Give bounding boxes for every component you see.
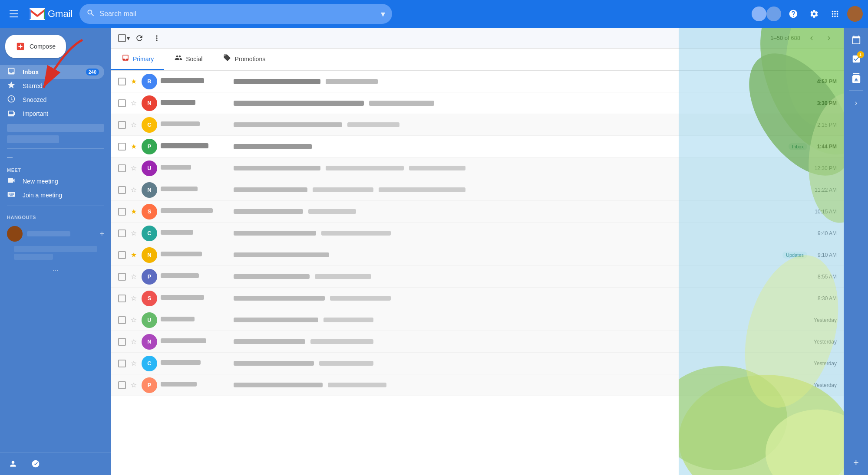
account-avatar-1[interactable] — [752, 7, 766, 21]
email-row[interactable]: ☆ N Yesterday — [111, 331, 844, 353]
user-avatar[interactable] — [847, 6, 863, 22]
select-dropdown-arrow[interactable]: ▾ — [127, 35, 130, 42]
hangout-user-1[interactable]: + — [7, 223, 104, 244]
help-button[interactable] — [785, 5, 802, 23]
star-icon[interactable]: ☆ — [129, 186, 138, 194]
hangouts-section: + — [0, 222, 111, 265]
email-row[interactable]: ☆ C Yesterday — [111, 353, 844, 374]
star-icon[interactable]: ☆ — [129, 99, 138, 108]
menu-button[interactable] — [5, 5, 23, 23]
tab-promotions[interactable]: Promotions — [213, 49, 276, 70]
star-icon[interactable]: ☆ — [129, 229, 138, 238]
hangout-avatar-1 — [7, 226, 23, 242]
compose-button[interactable]: Compose — [5, 35, 66, 58]
select-all-checkbox[interactable] — [118, 34, 126, 42]
tab-social[interactable]: Social — [164, 49, 213, 70]
email-checkbox[interactable] — [118, 208, 126, 216]
sidebar-more-button[interactable]: ··· — [0, 265, 111, 276]
keyboard-icon — [7, 190, 16, 201]
email-checkbox[interactable] — [118, 360, 126, 367]
sidebar-item-starred[interactable]: Starred — [0, 79, 104, 93]
prev-page-button[interactable] — [804, 30, 819, 46]
star-icon[interactable]: ★ — [129, 251, 138, 259]
email-row[interactable]: ★ B 4:52 PM — [111, 71, 844, 92]
email-sender — [161, 143, 230, 150]
select-all-wrap[interactable]: ▾ — [118, 34, 130, 42]
star-icon[interactable]: ☆ — [129, 272, 138, 281]
email-checkbox[interactable] — [118, 273, 126, 281]
email-time: Yesterday — [811, 360, 837, 367]
email-row[interactable]: ★ N Updates 9:10 AM — [111, 244, 844, 266]
email-row[interactable]: ★ P Inbox 1:44 PM — [111, 136, 844, 157]
email-checkbox[interactable] — [118, 78, 126, 85]
search-bar[interactable]: Search mail ▾ — [79, 4, 392, 24]
email-checkbox[interactable] — [118, 121, 126, 129]
email-avatar: B — [142, 74, 157, 89]
email-avatar: C — [142, 117, 157, 133]
account-avatar-2[interactable] — [766, 7, 781, 21]
settings-button[interactable] — [805, 5, 823, 23]
email-row[interactable]: ☆ N 3:30 PM — [111, 92, 844, 114]
sidebar-item-inbox[interactable]: Inbox 240 — [0, 65, 104, 79]
sidebar-item-snoozed[interactable]: Snoozed — [0, 93, 104, 107]
search-input[interactable]: Search mail — [99, 10, 376, 18]
email-checkbox[interactable] — [118, 143, 126, 151]
hangouts-icon[interactable] — [28, 456, 43, 472]
email-row[interactable]: ★ S 10:15 AM — [111, 201, 844, 223]
star-icon[interactable]: ☆ — [129, 121, 138, 129]
email-checkbox[interactable] — [118, 229, 126, 237]
contacts-icon-button[interactable] — [848, 69, 865, 87]
email-checkbox[interactable] — [118, 164, 126, 172]
email-checkbox[interactable] — [118, 251, 126, 259]
email-row[interactable]: ☆ S 8:30 AM — [111, 288, 844, 309]
email-row[interactable]: ☆ P 8:55 AM — [111, 266, 844, 288]
more-toolbar-button[interactable] — [149, 30, 165, 46]
email-checkbox[interactable] — [118, 381, 126, 389]
email-time: 2:15 PM — [811, 122, 837, 128]
sidebar-item-important[interactable]: Important — [0, 107, 104, 121]
inbox-nav-icon — [7, 67, 16, 78]
next-page-button[interactable] — [821, 30, 837, 46]
email-checkbox[interactable] — [118, 186, 126, 194]
refresh-button[interactable] — [132, 30, 147, 46]
email-checkbox[interactable] — [118, 295, 126, 302]
star-icon[interactable]: ☆ — [129, 359, 138, 368]
star-icon[interactable]: ★ — [129, 77, 138, 86]
sidebar-item-new-meeting[interactable]: New meeting — [0, 174, 104, 188]
email-row[interactable]: ☆ C 9:40 AM — [111, 223, 844, 244]
star-nav-icon — [7, 81, 16, 92]
meet-collapse-icon[interactable]: — — [7, 154, 13, 161]
tasks-icon-button[interactable]: 1 — [848, 50, 865, 68]
star-icon[interactable]: ☆ — [129, 294, 138, 303]
star-icon[interactable]: ☆ — [129, 381, 138, 390]
calendar-icon-button[interactable] — [848, 31, 865, 49]
email-row[interactable]: ☆ U 12:30 PM — [111, 157, 844, 179]
email-checkbox[interactable] — [118, 99, 126, 107]
search-dropdown-icon[interactable]: ▾ — [381, 9, 385, 19]
tab-primary[interactable]: Primary — [111, 49, 164, 70]
star-icon[interactable]: ☆ — [129, 337, 138, 346]
email-row[interactable]: ☆ C 2:15 PM — [111, 114, 844, 136]
email-sender — [161, 230, 230, 236]
email-checkbox[interactable] — [118, 338, 126, 346]
star-icon[interactable]: ☆ — [129, 316, 138, 324]
star-icon[interactable]: ★ — [129, 207, 138, 216]
email-row[interactable]: ☆ U Yesterday — [111, 309, 844, 331]
apps-button[interactable] — [826, 5, 844, 23]
sidebar-blur-2 — [7, 135, 59, 143]
gmail-logo[interactable]: Gmail — [30, 8, 73, 20]
compose-label: Compose — [30, 43, 56, 50]
person-icon[interactable] — [5, 456, 21, 472]
add-icon-button[interactable]: + — [848, 454, 865, 472]
star-icon[interactable]: ☆ — [129, 164, 138, 173]
star-icon[interactable]: ★ — [129, 142, 138, 151]
email-row[interactable]: ☆ N 11:22 AM — [111, 179, 844, 201]
sidebar-item-join-meeting[interactable]: Join a meeting — [0, 188, 104, 202]
email-row[interactable]: ☆ P Yesterday — [111, 374, 844, 396]
email-body — [234, 383, 807, 387]
email-checkbox[interactable] — [118, 316, 126, 324]
right-sidebar-expand[interactable]: › — [848, 94, 865, 111]
hangout-add-icon[interactable]: + — [99, 229, 104, 239]
email-time: 4:52 PM — [811, 79, 837, 85]
email-time: 12:30 PM — [811, 165, 837, 171]
